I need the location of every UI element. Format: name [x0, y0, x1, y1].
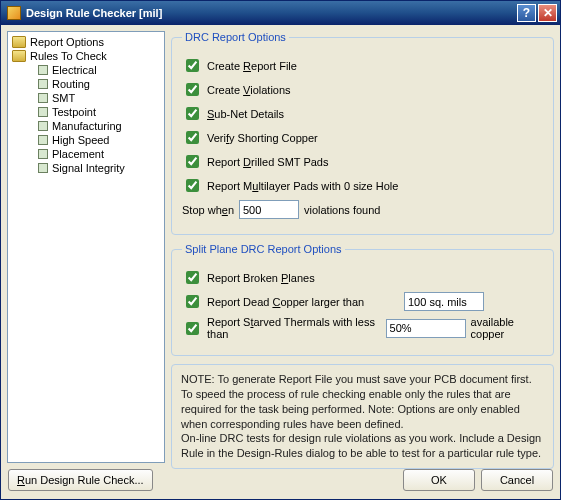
- available-copper-label: available copper: [471, 316, 543, 340]
- close-button[interactable]: ✕: [538, 4, 557, 22]
- stop-when-label: Stop when: [182, 204, 234, 216]
- nav-tree[interactable]: Report Options Rules To Check Electrical…: [7, 31, 165, 463]
- ok-button[interactable]: OK: [403, 469, 475, 491]
- create-violations-checkbox[interactable]: [186, 83, 199, 96]
- report-starved-thermals-label: Report Starved Thermals with less than: [207, 316, 381, 340]
- leaf-icon: [38, 135, 48, 145]
- report-dead-copper-label: Report Dead Copper larger than: [207, 296, 399, 308]
- tree-smt[interactable]: SMT: [10, 91, 162, 105]
- dead-copper-input[interactable]: [404, 292, 484, 311]
- leaf-icon: [38, 107, 48, 117]
- subnet-details-label: Sub-Net Details: [207, 108, 284, 120]
- report-multilayer-checkbox[interactable]: [186, 179, 199, 192]
- report-drilled-smt-label: Report Drilled SMT Pads: [207, 156, 328, 168]
- tree-high-speed[interactable]: High Speed: [10, 133, 162, 147]
- tree-manufacturing[interactable]: Manufacturing: [10, 119, 162, 133]
- app-icon: [7, 6, 21, 20]
- starved-thermals-input[interactable]: [386, 319, 466, 338]
- tree-report-options[interactable]: Report Options: [10, 35, 162, 49]
- verify-shorting-label: Verify Shorting Copper: [207, 132, 318, 144]
- tree-testpoint[interactable]: Testpoint: [10, 105, 162, 119]
- leaf-icon: [38, 93, 48, 103]
- note-line: To speed the process of rule checking en…: [181, 387, 544, 432]
- create-violations-label: Create Violations: [207, 84, 291, 96]
- drc-report-options: DRC Report Options Create Report File Cr…: [171, 31, 554, 235]
- drc-legend: DRC Report Options: [182, 31, 289, 43]
- tree-label: Routing: [52, 78, 90, 90]
- content-area: Report Options Rules To Check Electrical…: [1, 25, 560, 469]
- report-multilayer-label: Report Multilayer Pads with 0 size Hole: [207, 180, 398, 192]
- leaf-icon: [38, 121, 48, 131]
- report-drilled-smt-checkbox[interactable]: [186, 155, 199, 168]
- leaf-icon: [38, 65, 48, 75]
- report-broken-planes-label: Report Broken Planes: [207, 272, 315, 284]
- tree-rules-to-check[interactable]: Rules To Check: [10, 49, 162, 63]
- titlebar: Design Rule Checker [mil] ? ✕: [1, 1, 560, 25]
- report-starved-thermals-checkbox[interactable]: [186, 322, 199, 335]
- violations-found-label: violations found: [304, 204, 380, 216]
- options-panel: DRC Report Options Create Report File Cr…: [171, 31, 554, 463]
- report-broken-planes-checkbox[interactable]: [186, 271, 199, 284]
- tree-label: SMT: [52, 92, 75, 104]
- create-report-file-checkbox[interactable]: [186, 59, 199, 72]
- leaf-icon: [38, 79, 48, 89]
- footer: Run Design Rule Check... OK Cancel: [1, 469, 560, 498]
- split-plane-options: Split Plane DRC Report Options Report Br…: [171, 243, 554, 356]
- help-button[interactable]: ?: [517, 4, 536, 22]
- tree-label: High Speed: [52, 134, 110, 146]
- run-drc-button[interactable]: Run Design Rule Check...: [8, 469, 153, 491]
- report-dead-copper-checkbox[interactable]: [186, 295, 199, 308]
- window-title: Design Rule Checker [mil]: [26, 7, 515, 19]
- note-line: On-line DRC tests for design rule violat…: [181, 431, 544, 461]
- notes-box: NOTE: To generate Report File you must s…: [171, 364, 554, 469]
- tree-signal-integrity[interactable]: Signal Integrity: [10, 161, 162, 175]
- note-line: NOTE: To generate Report File you must s…: [181, 372, 544, 387]
- tree-label: Manufacturing: [52, 120, 122, 132]
- folder-icon: [12, 50, 26, 62]
- tree-placement[interactable]: Placement: [10, 147, 162, 161]
- subnet-details-checkbox[interactable]: [186, 107, 199, 120]
- leaf-icon: [38, 163, 48, 173]
- tree-label: Report Options: [30, 36, 104, 48]
- tree-label: Testpoint: [52, 106, 96, 118]
- stop-when-input[interactable]: [239, 200, 299, 219]
- tree-routing[interactable]: Routing: [10, 77, 162, 91]
- tree-label: Electrical: [52, 64, 97, 76]
- leaf-icon: [38, 149, 48, 159]
- split-legend: Split Plane DRC Report Options: [182, 243, 345, 255]
- tree-label: Placement: [52, 148, 104, 160]
- cancel-button[interactable]: Cancel: [481, 469, 553, 491]
- tree-label: Rules To Check: [30, 50, 107, 62]
- verify-shorting-checkbox[interactable]: [186, 131, 199, 144]
- create-report-file-label: Create Report File: [207, 60, 297, 72]
- tree-electrical[interactable]: Electrical: [10, 63, 162, 77]
- folder-icon: [12, 36, 26, 48]
- tree-label: Signal Integrity: [52, 162, 125, 174]
